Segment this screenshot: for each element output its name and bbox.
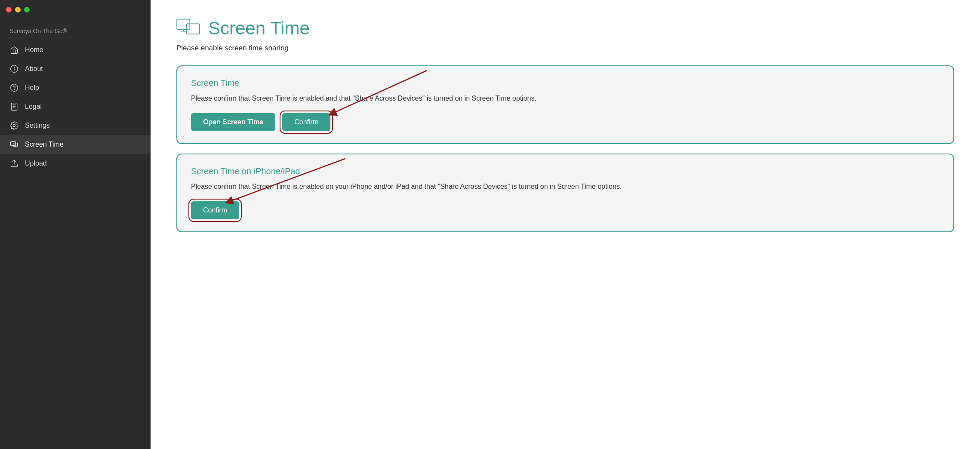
sidebar-label-help: Help xyxy=(25,84,39,92)
minimize-button[interactable] xyxy=(15,7,21,12)
sidebar-label-settings: Settings xyxy=(25,122,50,129)
sidebar: Surveys On The Go® Home About Help Legal… xyxy=(0,0,151,449)
open-screen-time-button[interactable]: Open Screen Time xyxy=(191,113,275,131)
legal-icon xyxy=(9,102,19,111)
annotation-arrow-1 xyxy=(177,66,953,143)
sidebar-item-screen-time[interactable]: Screen Time xyxy=(0,135,151,154)
card-2-body: Please confirm that Screen Time is enabl… xyxy=(191,181,940,192)
screen-time-ipad-card: Screen Time on iPhone/iPad Please confir… xyxy=(176,154,954,232)
confirm-button-2[interactable]: Confirm xyxy=(191,201,239,219)
card-1-title: Screen Time xyxy=(191,78,940,88)
screen-time-page-icon xyxy=(176,17,200,40)
screen-time-card: Screen Time Please confirm that Screen T… xyxy=(176,65,954,144)
card-2-title: Screen Time on iPhone/iPad xyxy=(191,166,940,176)
sidebar-item-legal[interactable]: Legal xyxy=(0,97,151,116)
upload-icon xyxy=(9,159,19,168)
close-button[interactable] xyxy=(6,7,12,12)
sidebar-label-home: Home xyxy=(25,46,43,54)
sidebar-label-legal: Legal xyxy=(25,103,42,111)
sidebar-brand: Surveys On The Go® xyxy=(0,19,151,40)
svg-line-18 xyxy=(229,159,345,202)
maximize-button[interactable] xyxy=(24,7,30,12)
svg-point-3 xyxy=(11,84,18,92)
settings-icon xyxy=(9,121,19,130)
svg-point-9 xyxy=(13,125,15,127)
sidebar-item-home[interactable]: Home xyxy=(0,40,151,59)
svg-rect-13 xyxy=(177,19,190,30)
svg-rect-5 xyxy=(11,103,17,111)
screen-time-icon xyxy=(9,140,19,149)
main-content: Screen Time Please enable screen time sh… xyxy=(151,0,980,449)
page-subtitle: Please enable screen time sharing xyxy=(176,44,954,52)
sidebar-item-help[interactable]: Help xyxy=(0,78,151,97)
card-1-body: Please confirm that Screen Time is enabl… xyxy=(191,93,940,104)
svg-line-17 xyxy=(332,71,427,114)
sidebar-item-upload[interactable]: Upload xyxy=(0,154,151,173)
confirm-button-1[interactable]: Confirm xyxy=(282,113,330,131)
sidebar-item-settings[interactable]: Settings xyxy=(0,116,151,135)
sidebar-item-about[interactable]: About xyxy=(0,59,151,78)
card-1-actions: Open Screen Time Confirm xyxy=(191,113,940,131)
titlebar xyxy=(0,0,151,19)
page-header: Screen Time xyxy=(176,17,954,40)
about-icon xyxy=(9,64,19,74)
svg-rect-16 xyxy=(187,24,200,34)
help-icon xyxy=(9,83,19,92)
home-icon xyxy=(9,45,19,55)
sidebar-label-about: About xyxy=(25,65,43,73)
annotation-arrow-2 xyxy=(177,154,953,231)
sidebar-label-upload: Upload xyxy=(25,160,47,167)
sidebar-label-screen-time: Screen Time xyxy=(25,141,64,148)
page-title: Screen Time xyxy=(208,18,310,39)
card-2-actions: Confirm xyxy=(191,201,940,219)
